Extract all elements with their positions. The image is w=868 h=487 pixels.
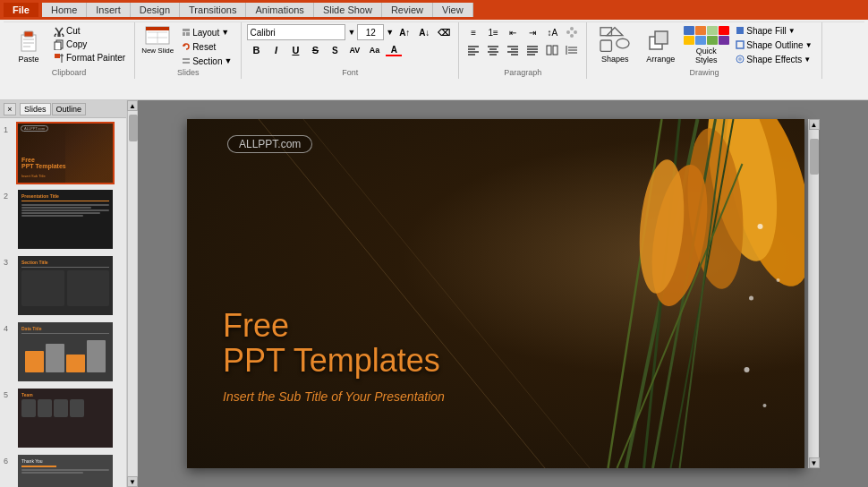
slide-subtitle-container[interactable]: Insert the Sub Title of Your Presentatio…: [223, 389, 445, 404]
reset-button[interactable]: Reset: [178, 40, 235, 53]
layout-button[interactable]: Layout ▼: [178, 26, 235, 38]
columns-button[interactable]: [543, 42, 561, 58]
numbering-button[interactable]: 1≡: [484, 24, 502, 40]
file-tab[interactable]: File: [4, 3, 38, 17]
editing-area-scrollbar-v[interactable]: ▲ ▼: [808, 119, 819, 468]
font-label: Font: [242, 68, 458, 77]
shapes-button[interactable]: Shapes: [592, 25, 637, 64]
copy-button[interactable]: Copy: [50, 38, 129, 51]
slide-thumb-1[interactable]: 1 ALLPPT.com FreePPT Templates Insert Su…: [4, 122, 123, 184]
slide-preview-1[interactable]: ALLPPT.com FreePPT Templates Insert Sub …: [16, 122, 115, 184]
arrange-button[interactable]: Arrange: [641, 25, 680, 64]
ribbon-tabs: Home Insert Design Transitions Animation…: [42, 3, 473, 17]
align-center-button[interactable]: [484, 42, 502, 58]
decrease-font-button[interactable]: A↓: [415, 24, 433, 40]
svg-rect-6: [55, 42, 61, 50]
tab-slideshow[interactable]: Slide Show: [314, 3, 382, 17]
svg-rect-16: [183, 32, 185, 36]
font-size-input[interactable]: [357, 24, 384, 40]
tab-transitions[interactable]: Transitions: [180, 3, 246, 17]
svg-rect-7: [55, 54, 60, 58]
tab-view[interactable]: View: [433, 3, 473, 17]
clipboard-label: Clipboard: [4, 68, 134, 77]
scroll-down-arrow[interactable]: ▼: [127, 476, 138, 487]
strikethrough-button[interactable]: S: [306, 42, 324, 58]
slide-thumb-2[interactable]: 2 Presentation Title: [4, 188, 123, 251]
svg-rect-4: [23, 46, 30, 47]
scroll-thumb[interactable]: [129, 115, 138, 141]
svg-rect-19: [183, 58, 190, 60]
slide-title-container[interactable]: Free PPT Templates: [223, 308, 440, 379]
slide-canvas[interactable]: ALLPPT.com Free PPT Templates Insert the…: [187, 119, 804, 468]
slide-preview-6[interactable]: Thank You: [16, 453, 115, 487]
panel-close[interactable]: ×: [4, 103, 16, 115]
bold-button[interactable]: B: [247, 42, 265, 58]
slide-preview-2[interactable]: Presentation Title: [16, 188, 115, 251]
font-size-dropdown[interactable]: ▼: [386, 28, 394, 37]
svg-rect-20: [183, 62, 190, 64]
shape-effects-button[interactable]: Shape Effects ▼: [732, 53, 815, 65]
align-left-button[interactable]: [464, 42, 482, 58]
shape-outline-button[interactable]: Shape Outline ▼: [732, 38, 815, 51]
cut-button[interactable]: Cut: [50, 25, 129, 38]
svg-point-62: [749, 296, 753, 301]
edit-scroll-thumb-v[interactable]: [810, 139, 819, 175]
scroll-up-arrow[interactable]: ▲: [127, 100, 138, 111]
clipboard-actions: Cut Copy Format Painter: [50, 25, 129, 64]
slide-preview-3[interactable]: Section Title: [16, 254, 115, 317]
slide-preview-5[interactable]: Team: [16, 387, 115, 449]
shape-fill-button[interactable]: Shape Fill ▼: [732, 24, 815, 37]
tab-design[interactable]: Design: [131, 3, 180, 17]
decrease-indent-button[interactable]: ⇤: [504, 24, 522, 40]
slide-thumb-3[interactable]: 3 Section Title: [4, 254, 123, 317]
slide-thumb-6[interactable]: 6 Thank You: [4, 453, 123, 487]
tab-animations[interactable]: Animations: [246, 3, 313, 17]
clipboard-group: Paste Cut Copy Format Painter: [4, 22, 135, 79]
shadow-button[interactable]: S: [326, 42, 344, 58]
slide-title-line1: Free: [223, 308, 440, 344]
tab-home[interactable]: Home: [42, 3, 87, 17]
slide-preview-4[interactable]: Data Title: [16, 320, 115, 383]
font-name-dropdown[interactable]: ▼: [347, 28, 355, 37]
svg-marker-47: [607, 28, 623, 36]
svg-rect-17: [186, 32, 190, 36]
svg-rect-52: [736, 27, 744, 34]
paragraph-group: ≡ 1≡ ⇤ ⇥ ↕A: [459, 22, 587, 79]
slide-thumb-5[interactable]: 5 Team: [4, 387, 123, 449]
increase-indent-button[interactable]: ⇥: [523, 24, 541, 40]
tab-review[interactable]: Review: [382, 3, 433, 17]
outline-tab[interactable]: Outline: [52, 103, 87, 115]
quick-styles-label: Quick Styles: [685, 47, 728, 64]
align-right-button[interactable]: [504, 42, 522, 58]
slide-panel-scrollbar[interactable]: ▲ ▼: [127, 100, 138, 487]
text-direction-button[interactable]: ↕A: [543, 24, 561, 40]
edit-scroll-down[interactable]: ▼: [809, 457, 820, 468]
tab-insert[interactable]: Insert: [87, 3, 131, 17]
slides-tab[interactable]: Slides: [20, 103, 51, 115]
italic-button[interactable]: I: [267, 42, 285, 58]
panel-controls: ×: [4, 103, 16, 115]
font-color-button[interactable]: A: [385, 42, 403, 58]
section-button[interactable]: Section ▼: [178, 55, 235, 67]
svg-rect-51: [655, 31, 668, 44]
svg-point-22: [570, 27, 574, 30]
font-name-input[interactable]: [247, 24, 345, 40]
line-spacing-button[interactable]: [563, 42, 581, 58]
svg-point-48: [617, 38, 629, 48]
svg-point-64: [744, 367, 749, 372]
paste-button[interactable]: Paste: [9, 25, 48, 64]
convert-smartart-button[interactable]: [563, 24, 581, 40]
slide-thumb-4[interactable]: 4 Data Title: [4, 320, 123, 383]
quick-styles-button[interactable]: Quick Styles: [684, 25, 728, 64]
format-painter-button[interactable]: Format Painter: [50, 52, 129, 64]
justify-button[interactable]: [523, 42, 541, 58]
clear-formatting-button[interactable]: ⌫: [435, 24, 453, 40]
char-spacing-button[interactable]: AV: [345, 42, 363, 58]
underline-button[interactable]: U: [286, 42, 304, 58]
bullets-button[interactable]: ≡: [464, 24, 482, 40]
slide-num-4: 4: [4, 324, 13, 333]
new-slide-button[interactable]: New Slide: [140, 24, 174, 64]
increase-font-button[interactable]: A↑: [396, 24, 413, 40]
edit-scroll-up[interactable]: ▲: [809, 119, 820, 130]
change-case-button[interactable]: Aa: [365, 42, 383, 58]
